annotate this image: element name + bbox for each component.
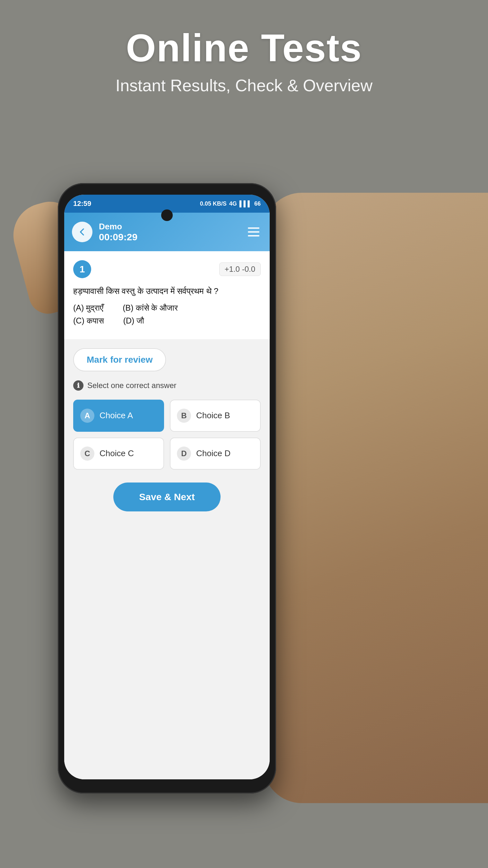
mark-review-button[interactable]: Mark for review bbox=[73, 348, 166, 371]
back-button[interactable] bbox=[72, 222, 93, 242]
menu-button[interactable] bbox=[245, 224, 262, 240]
menu-line-3 bbox=[248, 235, 259, 237]
choice-d-letter: D bbox=[177, 446, 191, 461]
menu-line-1 bbox=[248, 227, 259, 229]
option-b: (B) कांसे के औजार bbox=[123, 303, 178, 313]
phone-bezel: 12:59 0.05 KB/S 4G ▌▌▌ 66 Demo 00:09:2 bbox=[58, 183, 276, 794]
camera-notch bbox=[161, 210, 173, 221]
negative-mark: -0.0 bbox=[242, 265, 255, 273]
hint-text: Select one correct answer bbox=[87, 381, 176, 390]
choice-c-letter: C bbox=[80, 446, 94, 461]
question-number: 1 bbox=[73, 260, 91, 278]
battery-level: 66 bbox=[254, 200, 261, 207]
status-time: 12:59 bbox=[73, 199, 91, 208]
choice-b-button[interactable]: B Choice B bbox=[170, 400, 261, 432]
signal-icon: ▌▌▌ bbox=[239, 200, 252, 207]
demo-label: Demo bbox=[99, 222, 239, 231]
phone-screen: 12:59 0.05 KB/S 4G ▌▌▌ 66 Demo 00:09:2 bbox=[64, 195, 270, 779]
choice-d-label: Choice D bbox=[196, 448, 230, 458]
network-type: 4G bbox=[229, 200, 237, 207]
choices-grid: A Choice A B Choice B C Choice C bbox=[73, 400, 261, 470]
save-next-button[interactable]: Save & Next bbox=[113, 483, 220, 512]
phone-container: 12:59 0.05 KB/S 4G ▌▌▌ 66 Demo 00:09:2 bbox=[58, 183, 302, 813]
option-c: (C) कपास bbox=[73, 316, 104, 326]
option-row-2: (C) कपास (D) जौ bbox=[73, 316, 261, 326]
positive-mark: +1.0 bbox=[225, 265, 240, 273]
choice-c-label: Choice C bbox=[100, 448, 134, 458]
select-hint: ℹ Select one correct answer bbox=[73, 380, 261, 391]
network-speed: 0.05 KB/S bbox=[200, 200, 227, 207]
question-marks: +1.0 -0.0 bbox=[219, 262, 261, 276]
choice-b-label: Choice B bbox=[196, 410, 230, 421]
header-info: Demo 00:09:29 bbox=[99, 222, 239, 243]
top-text-section: Online Tests Instant Results, Check & Ov… bbox=[0, 26, 488, 95]
option-row-1: (A) मुद्राएँ (B) कांसे के औजार bbox=[73, 303, 261, 313]
choice-c-button[interactable]: C Choice C bbox=[73, 437, 164, 470]
choice-a-letter: A bbox=[80, 409, 94, 423]
option-a: (A) मुद्राएँ bbox=[73, 303, 103, 313]
question-header: 1 +1.0 -0.0 bbox=[73, 260, 261, 278]
status-right: 0.05 KB/S 4G ▌▌▌ 66 bbox=[200, 200, 261, 207]
option-d: (D) जौ bbox=[123, 316, 144, 326]
choice-b-letter: B bbox=[177, 409, 191, 423]
timer-display: 00:09:29 bbox=[99, 231, 239, 243]
choice-a-button[interactable]: A Choice A bbox=[73, 400, 164, 432]
page-title: Online Tests bbox=[0, 26, 488, 70]
info-icon: ℹ bbox=[73, 380, 84, 391]
question-text: हड़प्पावासी किस वस्तु के उत्पादन में सर्… bbox=[73, 285, 261, 298]
page-subtitle: Instant Results, Check & Overview bbox=[0, 76, 488, 95]
menu-line-2 bbox=[248, 231, 259, 232]
answer-section: Mark for review ℹ Select one correct ans… bbox=[64, 339, 270, 779]
question-area: 1 +1.0 -0.0 हड़प्पावासी किस वस्तु के उत्… bbox=[64, 251, 270, 339]
phone-content: 1 +1.0 -0.0 हड़प्पावासी किस वस्तु के उत्… bbox=[64, 251, 270, 779]
choice-a-label: Choice A bbox=[100, 410, 133, 421]
choice-d-button[interactable]: D Choice D bbox=[170, 437, 261, 470]
question-options: (A) मुद्राएँ (B) कांसे के औजार (C) कपास … bbox=[73, 303, 261, 326]
